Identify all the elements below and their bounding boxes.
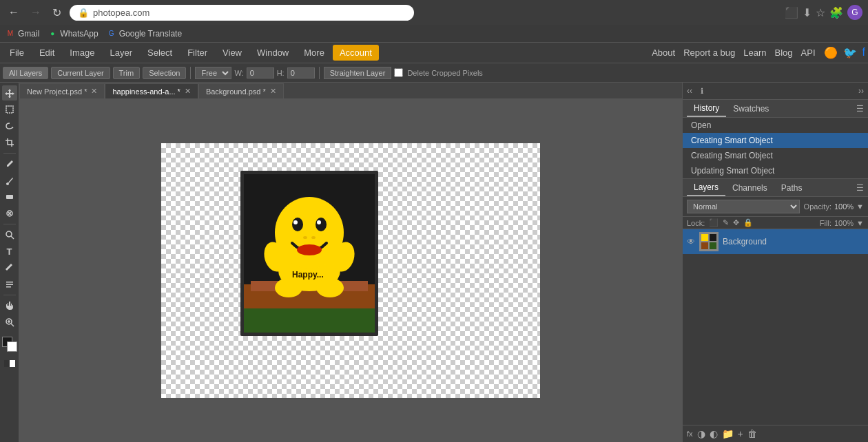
lock-position-icon[interactable]: ✥ — [733, 218, 739, 227]
brush-tool-btn[interactable] — [2, 173, 17, 188]
menu-more[interactable]: More — [297, 45, 331, 61]
layer-visibility-icon[interactable]: 👁 — [687, 237, 695, 246]
svg-text:Happy...: Happy... — [292, 270, 324, 280]
api-link[interactable]: API — [801, 48, 816, 58]
eyedropper-tool-btn[interactable] — [2, 156, 17, 171]
crop-tool-btn[interactable] — [2, 135, 17, 150]
refresh-btn[interactable]: ↻ — [50, 5, 64, 21]
canvas-image: Happy... — [240, 171, 378, 336]
w-input[interactable] — [247, 67, 274, 78]
bookmark-gmail[interactable]: M Gmail — [6, 29, 39, 39]
fill-arrow[interactable]: ▼ — [856, 219, 864, 227]
quick-mask-btn[interactable] — [2, 356, 17, 371]
learn-link[interactable]: Learn — [743, 48, 766, 58]
puzzle-btn[interactable]: 🧩 — [829, 6, 843, 19]
layers-menu-btn[interactable]: ☰ — [856, 183, 864, 193]
menu-image[interactable]: Image — [63, 45, 101, 61]
pen-tool-btn[interactable] — [2, 260, 17, 275]
tool-separator-3 — [3, 295, 16, 295]
lasso-tool-btn[interactable] — [2, 118, 17, 134]
search-tool-btn[interactable] — [2, 227, 17, 242]
paths-tab[interactable]: Paths — [774, 180, 809, 196]
lock-pixels-icon[interactable]: ⬛ — [709, 218, 719, 227]
panel-left-arrow[interactable]: ‹‹ — [687, 86, 692, 96]
background-color[interactable] — [7, 341, 17, 352]
bookmark-translate[interactable]: G Google Translate — [107, 29, 182, 39]
tab-background[interactable]: Background.psd * ✕ — [198, 83, 284, 98]
move-tool-btn[interactable] — [2, 85, 17, 101]
zoom-tool-btn[interactable] — [2, 315, 17, 330]
bookmark-btn[interactable]: ☆ — [816, 6, 825, 19]
report-link[interactable]: Report a bug — [683, 48, 735, 58]
tab-happiness[interactable]: happiness-and-a... * ✕ — [105, 83, 198, 98]
history-menu-btn[interactable]: ☰ — [856, 104, 864, 114]
menu-filter[interactable]: Filter — [180, 45, 214, 61]
back-btn[interactable]: ← — [6, 5, 22, 20]
blog-link[interactable]: Blog — [775, 48, 793, 58]
paragraph-tool-btn[interactable] — [2, 277, 17, 292]
about-link[interactable]: About — [652, 48, 675, 58]
tab-new-project[interactable]: New Project.psd * ✕ — [19, 83, 105, 98]
download-btn[interactable]: ⬇ — [803, 6, 812, 19]
history-tab[interactable]: History — [687, 101, 726, 117]
current-layer-btn[interactable]: Current Layer — [51, 67, 110, 79]
menu-file[interactable]: File — [3, 45, 31, 61]
layer-adjustment-btn[interactable]: ◐ — [710, 428, 718, 439]
tab-background-close[interactable]: ✕ — [270, 87, 276, 96]
menu-window[interactable]: Window — [250, 45, 296, 61]
menu-edit[interactable]: Edit — [32, 45, 61, 61]
menu-account[interactable]: Account — [333, 45, 379, 61]
text-tool-btn[interactable]: T — [2, 244, 17, 259]
marquee-tool-btn[interactable] — [2, 102, 17, 117]
h-input[interactable] — [287, 67, 315, 78]
smudge-tool-btn[interactable] — [2, 206, 17, 221]
menu-select[interactable]: Select — [141, 45, 179, 61]
layer-new-btn[interactable]: + — [738, 428, 743, 439]
all-layers-btn[interactable]: All Layers — [3, 67, 48, 79]
color-swatch[interactable] — [2, 337, 17, 352]
whatsapp-icon: ● — [48, 29, 57, 39]
layer-effects-btn[interactable]: fx — [687, 430, 693, 438]
straighten-btn[interactable]: Straighten Layer — [324, 67, 392, 79]
history-item-smart-2[interactable]: Creating Smart Object — [683, 148, 868, 163]
right-panel: ‹‹ ℹ ›› History Swatches ☰ Open Creating… — [682, 83, 868, 442]
facebook-icon[interactable]: f — [862, 46, 865, 59]
twitter-icon[interactable]: 🐦 — [843, 46, 857, 59]
reddit-icon[interactable]: 🟠 — [824, 46, 838, 59]
info-icon[interactable]: ℹ — [695, 84, 709, 98]
svg-point-29 — [303, 236, 307, 239]
layer-item-background[interactable]: 👁 Background — [683, 229, 868, 254]
delete-cropped-checkbox[interactable] — [394, 68, 403, 77]
menu-layer[interactable]: Layer — [103, 45, 140, 61]
selection-btn[interactable]: Selection — [143, 67, 186, 79]
tab-new-project-close[interactable]: ✕ — [91, 87, 97, 96]
profile-btn[interactable]: G — [847, 5, 862, 20]
layer-mask-btn[interactable]: ◑ — [697, 428, 705, 439]
tab-happiness-close[interactable]: ✕ — [185, 87, 191, 96]
history-item-open[interactable]: Open — [683, 118, 868, 133]
address-bar[interactable]: 🔒 photopea.com — [70, 5, 414, 21]
panel-right-arrow[interactable]: ›› — [858, 86, 864, 96]
lock-brush-icon[interactable]: ✎ — [723, 218, 729, 227]
svg-rect-34 — [710, 234, 716, 241]
layer-group-btn[interactable]: 📁 — [722, 428, 734, 439]
history-item-smart-1[interactable]: Creating Smart Object — [683, 133, 868, 148]
forward-btn[interactable]: → — [28, 5, 44, 20]
trim-btn[interactable]: Trim — [113, 67, 141, 79]
eraser-tool-btn[interactable] — [2, 189, 17, 204]
history-item-updating[interactable]: Updating Smart Object — [683, 163, 868, 178]
whatsapp-label: WhatsApp — [60, 29, 98, 39]
layer-delete-btn[interactable]: 🗑 — [747, 428, 757, 439]
menu-view[interactable]: View — [216, 45, 249, 61]
canvas-container: Happy... — [161, 143, 540, 398]
swatches-tab[interactable]: Swatches — [726, 101, 776, 116]
bookmark-whatsapp[interactable]: ● WhatsApp — [48, 29, 98, 39]
opacity-arrow[interactable]: ▼ — [856, 202, 864, 211]
lock-all-icon[interactable]: 🔒 — [743, 218, 753, 227]
transform-select[interactable]: Free — [195, 67, 231, 79]
channels-tab[interactable]: Channels — [725, 180, 774, 196]
hand-tool-btn[interactable] — [2, 298, 17, 313]
blend-mode-select[interactable]: Normal — [687, 200, 800, 213]
layers-tab[interactable]: Layers — [687, 180, 725, 196]
extensions-btn[interactable]: ⬛ — [785, 6, 798, 19]
